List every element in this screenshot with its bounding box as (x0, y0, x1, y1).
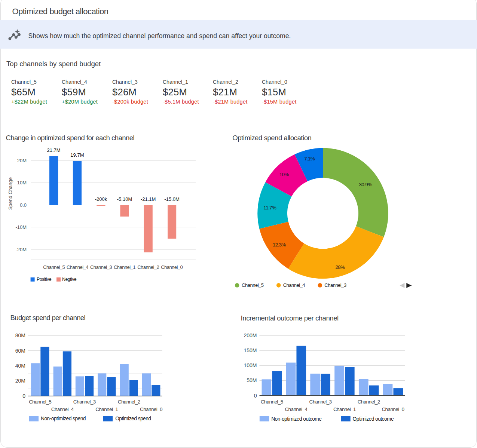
svg-text:-15.0M: -15.0M (164, 196, 179, 202)
svg-text:Channel_3: Channel_3 (73, 399, 96, 405)
svg-text:19.7M: 19.7M (70, 152, 84, 158)
svg-text:Channel_3: Channel_3 (309, 399, 332, 405)
svg-text:Budget spend per channel: Budget spend per channel (10, 314, 85, 322)
svg-text:30.9%: 30.9% (359, 182, 373, 187)
svg-text:200M: 200M (244, 332, 257, 338)
svg-text:Channel_1: Channel_1 (95, 406, 118, 412)
svg-text:-5.10M: -5.10M (117, 196, 132, 202)
svg-text:-10M: -10M (15, 224, 27, 230)
svg-text:Channel_5: Channel_5 (261, 399, 283, 405)
svg-text:40M: 40M (15, 363, 25, 369)
svg-text:Optimized spend allocation: Optimized spend allocation (232, 134, 311, 142)
svg-text:-200k: -200k (95, 196, 107, 202)
svg-text:Channel_2: Channel_2 (358, 399, 380, 405)
svg-text:100M: 100M (244, 362, 257, 368)
svg-text:10%: 10% (279, 172, 289, 177)
svg-text:0.0: 0.0 (20, 202, 27, 208)
svg-text:11.7%: 11.7% (263, 205, 276, 211)
svg-text:Channel_3: Channel_3 (90, 264, 112, 270)
svg-text:Negtive: Negtive (62, 277, 77, 282)
svg-text:Non-optimized spend: Non-optimized spend (41, 416, 86, 421)
svg-text:Optimized outcome: Optimized outcome (353, 416, 394, 422)
svg-text:28%: 28% (335, 264, 345, 270)
svg-text:-21.1M: -21.1M (141, 196, 156, 202)
svg-text:10M: 10M (17, 180, 27, 185)
svg-text:0: 0 (254, 393, 257, 399)
svg-text:150M: 150M (244, 347, 257, 353)
svg-text:Optimized spend: Optimized spend (115, 416, 151, 421)
svg-text:Channel_4: Channel_4 (283, 282, 305, 288)
svg-text:Channel_2: Channel_2 (118, 399, 140, 405)
svg-text:Channel_3: Channel_3 (324, 282, 346, 288)
svg-text:20M: 20M (17, 158, 27, 163)
svg-text:20M: 20M (15, 378, 25, 384)
svg-text:0: 0 (22, 393, 25, 399)
svg-text:Channel_0: Channel_0 (382, 406, 404, 412)
svg-text:12.3%: 12.3% (273, 242, 286, 248)
svg-text:Spend Change: Spend Change (7, 177, 13, 210)
svg-text:7.1%: 7.1% (304, 156, 315, 162)
svg-text:Positive: Positive (37, 277, 52, 282)
svg-text:Channel_5: Channel_5 (242, 282, 264, 288)
svg-text:-20M: -20M (15, 247, 27, 252)
svg-text:Channel_4: Channel_4 (285, 406, 308, 412)
svg-text:80M: 80M (15, 332, 25, 338)
svg-text:Channel_0: Channel_0 (140, 406, 162, 412)
svg-text:Channel_4: Channel_4 (67, 264, 88, 270)
svg-text:Incremental outcome per channe: Incremental outcome per channel (241, 314, 339, 322)
svg-text:Channel_0: Channel_0 (161, 264, 183, 270)
svg-text:Channel_1: Channel_1 (333, 406, 356, 412)
svg-text:Non-optimized outcome: Non-optimized outcome (271, 416, 322, 422)
svg-text:21.7M: 21.7M (47, 147, 61, 153)
svg-text:Channel_5: Channel_5 (29, 399, 51, 405)
svg-text:Change in optimized spend for: Change in optimized spend for each chann… (6, 134, 134, 142)
svg-text:Channel_1: Channel_1 (114, 264, 135, 270)
svg-text:Channel_4: Channel_4 (51, 406, 74, 412)
svg-text:Channel_5: Channel_5 (43, 264, 65, 270)
svg-text:Channel_2: Channel_2 (137, 264, 159, 270)
svg-text:50M: 50M (247, 377, 257, 383)
svg-text:60M: 60M (15, 348, 25, 354)
